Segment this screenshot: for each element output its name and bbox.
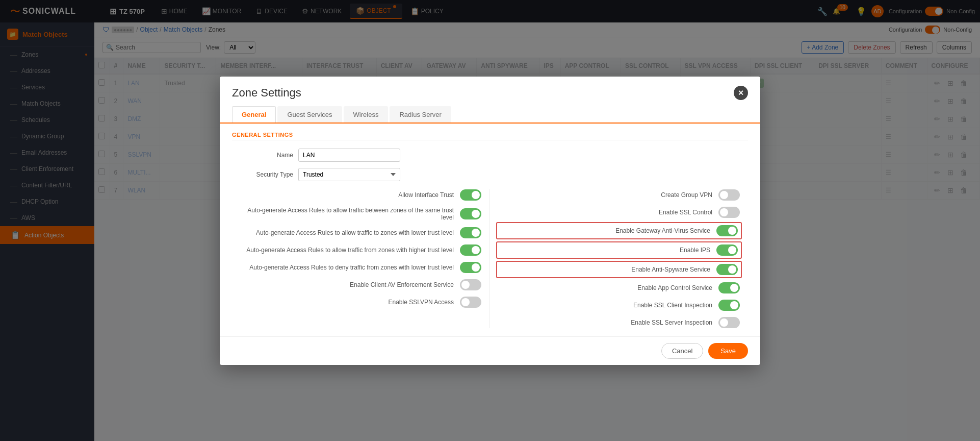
- tab-general[interactable]: General: [232, 106, 276, 122]
- gateway-av-label: Enable Gateway Anti-Virus Service: [500, 227, 710, 234]
- ips-label: Enable IPS: [500, 247, 710, 254]
- toggle-slider: [716, 225, 738, 236]
- sslvpn-access-toggle[interactable]: [460, 297, 481, 308]
- cancel-button[interactable]: Cancel: [661, 343, 703, 359]
- setting-allow-interface-trust: Allow Interface Trust: [240, 189, 481, 201]
- toggle-slider: [460, 279, 481, 290]
- security-type-row: Security Type Trusted Untrusted Public W…: [232, 168, 748, 181]
- setting-sslvpn-access: Enable SSLVPN Access: [240, 297, 481, 308]
- name-label: Name: [232, 152, 293, 159]
- setting-auto-gen-lower-trust: Auto-generate Access Rules to allow traf…: [240, 227, 481, 238]
- toggle-slider: [718, 282, 740, 293]
- tab-radius-server[interactable]: Radius Server: [390, 106, 451, 122]
- modal-title: Zone Settings: [232, 86, 301, 100]
- setting-ssl-client-inspection: Enable SSL Client Inspection: [498, 300, 740, 311]
- gateway-av-toggle[interactable]: [716, 225, 738, 236]
- setting-ssl-control: Enable SSL Control: [498, 207, 740, 218]
- ssl-control-label: Enable SSL Control: [498, 209, 712, 216]
- modal-body: GENERAL SETTINGS Name Security Type Trus…: [220, 124, 760, 336]
- setting-gateway-av: Enable Gateway Anti-Virus Service: [496, 222, 742, 239]
- ssl-server-inspection-label: Enable SSL Server Inspection: [498, 319, 712, 326]
- allow-interface-trust-label: Allow Interface Trust: [240, 191, 454, 199]
- security-type-select[interactable]: Trusted Untrusted Public Wireless Encryp…: [298, 168, 400, 181]
- create-group-vpn-label: Create Group VPN: [498, 191, 712, 199]
- toggle-slider: [718, 189, 740, 201]
- setting-auto-gen-higher-trust: Auto-generate Access Rules to allow traf…: [240, 244, 481, 256]
- save-button[interactable]: Save: [708, 343, 748, 359]
- setting-ssl-server-inspection: Enable SSL Server Inspection: [498, 317, 740, 328]
- auto-gen-deny-lower-label: Auto-generate Access Rules to deny traff…: [240, 264, 454, 271]
- toggle-slider: [460, 208, 481, 219]
- zone-settings-modal: Zone Settings ✕ General Guest Services W…: [220, 77, 760, 365]
- auto-gen-lower-trust-label: Auto-generate Access Rules to allow traf…: [240, 229, 454, 236]
- auto-gen-same-trust-toggle[interactable]: [460, 208, 481, 219]
- settings-right-col: Create Group VPN Enable SSL Control: [490, 189, 748, 328]
- toggle-slider: [718, 300, 740, 311]
- setting-ips: Enable IPS: [496, 241, 742, 259]
- toggle-slider: [460, 262, 481, 273]
- auto-gen-higher-trust-label: Auto-generate Access Rules to allow traf…: [240, 247, 454, 254]
- modal-overlay: Zone Settings ✕ General Guest Services W…: [0, 0, 980, 441]
- ssl-client-inspection-label: Enable SSL Client Inspection: [498, 302, 712, 309]
- settings-grid: Allow Interface Trust Auto-generate Acce…: [232, 189, 748, 328]
- client-av-toggle[interactable]: [460, 279, 481, 290]
- modal-close-button[interactable]: ✕: [734, 86, 748, 100]
- ssl-client-inspection-toggle[interactable]: [718, 300, 740, 311]
- auto-gen-lower-trust-toggle[interactable]: [460, 227, 481, 238]
- toggle-slider: [718, 207, 740, 218]
- settings-left-col: Allow Interface Trust Auto-generate Acce…: [232, 189, 490, 328]
- section-label: GENERAL SETTINGS: [232, 132, 748, 140]
- toggle-slider: [716, 264, 738, 275]
- setting-anti-spyware: Enable Anti-Spyware Service: [496, 261, 742, 278]
- toggle-slider: [460, 189, 481, 201]
- ssl-control-toggle[interactable]: [718, 207, 740, 218]
- client-av-label: Enable Client AV Enforcement Service: [240, 281, 454, 288]
- auto-gen-deny-lower-toggle[interactable]: [460, 262, 481, 273]
- toggle-slider: [460, 244, 481, 256]
- setting-client-av: Enable Client AV Enforcement Service: [240, 279, 481, 290]
- sslvpn-access-label: Enable SSLVPN Access: [240, 299, 454, 306]
- modal-footer: Cancel Save: [220, 336, 760, 365]
- security-type-label: Security Type: [232, 171, 293, 178]
- setting-auto-gen-same-trust: Auto-generate Access Rules to allow traf…: [240, 207, 481, 221]
- modal-tabs: General Guest Services Wireless Radius S…: [220, 100, 760, 124]
- toggle-slider: [460, 227, 481, 238]
- setting-app-control: Enable App Control Service: [498, 282, 740, 293]
- app-control-toggle[interactable]: [718, 282, 740, 293]
- ssl-server-inspection-toggle[interactable]: [718, 317, 740, 328]
- anti-spyware-toggle[interactable]: [716, 264, 738, 275]
- auto-gen-higher-trust-toggle[interactable]: [460, 244, 481, 256]
- toggle-slider: [716, 244, 738, 256]
- toggle-slider: [718, 317, 740, 328]
- app-control-label: Enable App Control Service: [498, 284, 712, 291]
- create-group-vpn-toggle[interactable]: [718, 189, 740, 201]
- setting-create-group-vpn: Create Group VPN: [498, 189, 740, 201]
- anti-spyware-label: Enable Anti-Spyware Service: [500, 266, 710, 273]
- tab-wireless[interactable]: Wireless: [344, 106, 389, 122]
- modal-header: Zone Settings ✕: [220, 77, 760, 100]
- allow-interface-trust-toggle[interactable]: [460, 189, 481, 201]
- auto-gen-same-trust-label: Auto-generate Access Rules to allow traf…: [240, 207, 454, 221]
- toggle-slider: [460, 297, 481, 308]
- name-row: Name: [232, 149, 748, 162]
- setting-auto-gen-deny-lower: Auto-generate Access Rules to deny traff…: [240, 262, 481, 273]
- ips-toggle[interactable]: [716, 244, 738, 256]
- name-input[interactable]: [298, 149, 400, 162]
- tab-guest-services[interactable]: Guest Services: [277, 106, 342, 122]
